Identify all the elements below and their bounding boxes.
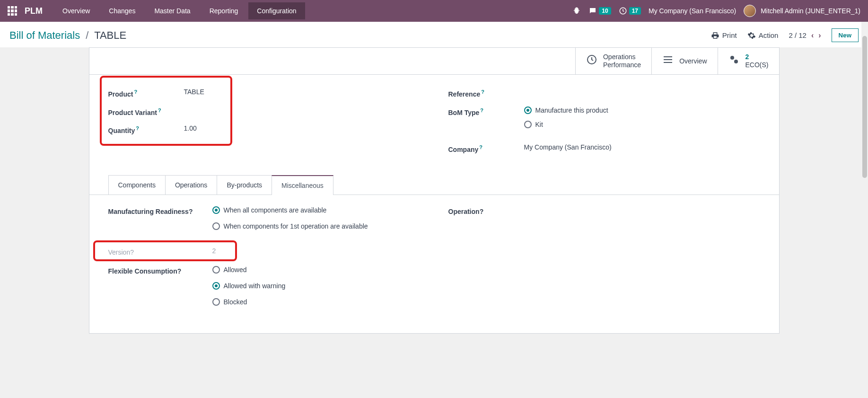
tab-components[interactable]: Components [108, 175, 166, 195]
nav-master-data[interactable]: Master Data [146, 2, 199, 19]
tab-miscellaneous[interactable]: Miscellaneous [272, 175, 333, 195]
radio-label: Allowed with warning [224, 282, 286, 290]
label-reference: Reference? [448, 88, 524, 98]
bars-icon [662, 54, 674, 68]
activities-badge: 17 [629, 7, 641, 15]
radio-readiness-all[interactable]: When all components are available [212, 206, 420, 214]
value-quantity[interactable]: 1.00 [184, 124, 197, 132]
pager-text[interactable]: 2 / 12 [789, 31, 807, 39]
messages-icon[interactable]: 10 [588, 7, 611, 15]
pager-prev[interactable]: ‹ [811, 31, 814, 40]
radio-readiness-first[interactable]: When components for 1st operation are av… [212, 222, 420, 230]
field-quantity: Quantity? 1.00 [108, 124, 420, 134]
field-operation: Operation? [448, 206, 760, 217]
misc-right: Operation? [448, 206, 760, 319]
breadcrumb-root[interactable]: Bill of Materials [9, 29, 80, 41]
radio-flex-allowed[interactable]: Allowed [212, 266, 420, 274]
vertical-scrollbar[interactable] [861, 22, 868, 348]
label-flexible-consumption: Flexible Consumption? [108, 266, 212, 276]
right-column: Reference? BoM Type? Manufacture this pr… [448, 88, 760, 161]
label-quantity: Quantity? [108, 124, 184, 134]
help-icon[interactable]: ? [136, 125, 139, 131]
stat-label: Operations Performance [603, 53, 641, 69]
form-body: Product? TABLE Product Variant? Quantity… [89, 75, 779, 166]
svg-point-6 [734, 60, 738, 63]
label-operation: Operation? [448, 206, 552, 217]
nav-reporting[interactable]: Reporting [201, 2, 247, 19]
company-switcher[interactable]: My Company (San Francisco) [649, 7, 736, 15]
label-manufacturing-readiness: Manufacturing Readiness? [108, 206, 212, 217]
form-sheet: Operations Performance Overview 2 ECO(S) [89, 47, 780, 334]
left-column: Product? TABLE Product Variant? Quantity… [108, 88, 420, 161]
stat-ecos[interactable]: 2 ECO(S) [718, 48, 779, 74]
gears-icon [728, 54, 740, 68]
app-brand[interactable]: PLM [25, 6, 43, 16]
stat-overview[interactable]: Overview [651, 48, 717, 74]
radio-icon [212, 298, 220, 306]
help-icon[interactable]: ? [130, 248, 134, 256]
help-icon[interactable]: ? [481, 89, 484, 95]
stat-label: 2 ECO(S) [745, 53, 769, 69]
label-product-variant: Product Variant? [108, 106, 184, 116]
main-nav: Overview Changes Master Data Reporting C… [54, 2, 305, 19]
eco-count: 2 [745, 53, 749, 61]
radio-label: Kit [535, 121, 543, 128]
svg-point-5 [730, 56, 734, 60]
stat-buttons: Operations Performance Overview 2 ECO(S) [89, 48, 779, 75]
help-icon[interactable]: ? [189, 208, 193, 215]
label-version: Version? [108, 247, 212, 257]
help-icon[interactable]: ? [158, 107, 161, 113]
nav-configuration[interactable]: Configuration [248, 2, 305, 19]
breadcrumb-leaf: TABLE [94, 29, 126, 41]
help-icon[interactable]: ? [480, 107, 483, 113]
field-flexible-consumption: Flexible Consumption? Allowed Allowed wi… [108, 266, 420, 314]
label-bom-type: BoM Type? [448, 106, 524, 116]
activities-icon[interactable]: 17 [619, 7, 641, 15]
control-bar: Bill of Materials / TABLE Print Action 2… [0, 22, 868, 47]
notebook-tabs: Components Operations By-products Miscel… [89, 175, 779, 195]
control-actions: Print Action 2 / 12 ‹ › New [711, 28, 859, 42]
help-icon[interactable]: ? [479, 144, 482, 150]
help-icon[interactable]: ? [177, 267, 182, 275]
nav-changes[interactable]: Changes [100, 2, 144, 19]
radio-icon [524, 121, 532, 128]
radio-icon [524, 106, 532, 114]
radio-flex-allowed-warning[interactable]: Allowed with warning [212, 282, 420, 290]
print-button[interactable]: Print [711, 31, 737, 40]
tab-operations[interactable]: Operations [165, 175, 217, 195]
help-icon[interactable]: ? [480, 208, 484, 215]
nav-overview[interactable]: Overview [54, 2, 98, 19]
value-company[interactable]: My Company (San Francisco) [524, 143, 612, 151]
tab-content-miscellaneous: Manufacturing Readiness? When all compon… [89, 195, 779, 333]
value-product[interactable]: TABLE [184, 88, 204, 96]
printer-icon [711, 31, 719, 40]
new-button[interactable]: New [832, 28, 859, 42]
radio-label: Blocked [224, 298, 247, 306]
radio-label: Allowed [224, 266, 247, 274]
apps-icon[interactable] [8, 6, 17, 16]
radio-icon [212, 282, 220, 290]
radio-manufacture[interactable]: Manufacture this product [524, 106, 608, 114]
user-menu[interactable]: Mitchell Admin (JUNE_ENTER_1) [744, 5, 860, 17]
field-reference: Reference? [448, 88, 760, 98]
radio-kit[interactable]: Kit [524, 121, 608, 128]
radio-label: Manufacture this product [535, 106, 608, 114]
radio-flex-blocked[interactable]: Blocked [212, 298, 420, 306]
pager-next[interactable]: › [818, 31, 821, 40]
field-bom-type: BoM Type? Manufacture this product Kit [448, 106, 760, 135]
radio-icon [212, 222, 220, 230]
scroll-thumb[interactable] [862, 36, 867, 178]
radio-icon [212, 206, 220, 214]
help-icon[interactable]: ? [134, 89, 137, 95]
misc-left: Manufacturing Readiness? When all compon… [108, 206, 420, 319]
field-product: Product? TABLE [108, 88, 420, 98]
top-navbar: PLM Overview Changes Master Data Reporti… [0, 0, 868, 22]
eco-label: ECO(S) [745, 61, 769, 69]
field-product-variant: Product Variant? [108, 106, 420, 116]
stat-operations-performance[interactable]: Operations Performance [575, 48, 651, 74]
tab-by-products[interactable]: By-products [217, 175, 272, 195]
debug-icon[interactable] [572, 7, 581, 15]
field-manufacturing-readiness: Manufacturing Readiness? When all compon… [108, 206, 420, 239]
radio-label: When components for 1st operation are av… [224, 222, 368, 230]
action-button[interactable]: Action [747, 31, 779, 40]
